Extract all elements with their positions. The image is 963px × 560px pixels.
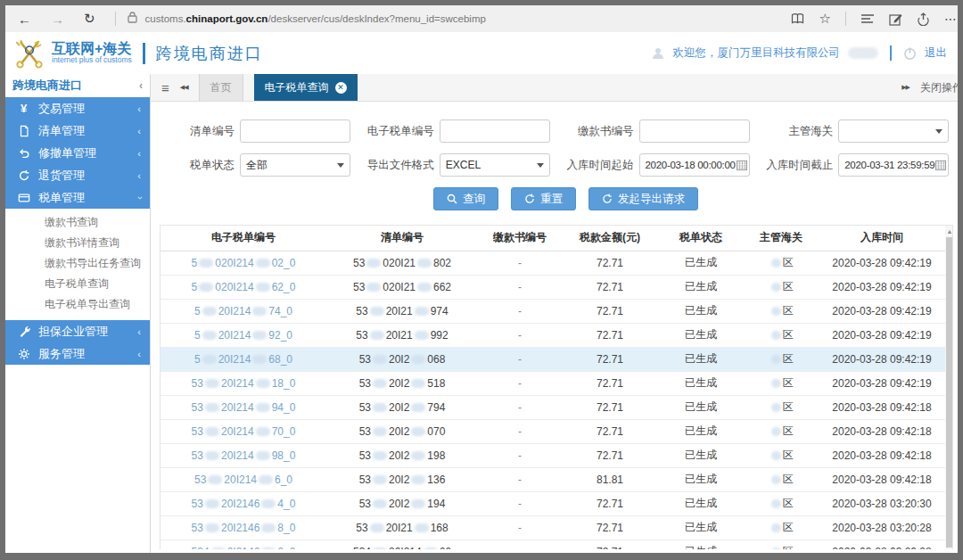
cell-etax-no[interactable]: 520I21468_0 (160, 347, 326, 371)
scroll-tabs-left-icon[interactable]: ◀◀ (180, 84, 188, 91)
sidebar-subitem-电子税单导出查询[interactable]: 电子税单导出查询 (5, 294, 150, 315)
cell-amount: 72.71 (562, 539, 658, 549)
redacted-blur (373, 475, 387, 484)
sidebar-subitem-缴款书导出任务查询[interactable]: 缴款书导出任务查询 (5, 253, 150, 274)
sidebar-subitem-电子税单查询[interactable]: 电子税单查询 (5, 274, 150, 294)
table-row[interactable]: 5020I21462_053020I21662-72.71已生成区2020-03… (160, 275, 945, 299)
table-row[interactable]: 520I21492_05320I21992-72.71已生成区2020-03-2… (160, 323, 945, 347)
redacted-blur (202, 355, 217, 364)
close-tab-icon[interactable]: ✕ (335, 82, 347, 94)
redacted-blur (373, 403, 387, 412)
scroll-up-icon[interactable]: ▲ (947, 226, 953, 237)
table-row[interactable]: 5320I21468_05320I21168-72.71已生成区2020-03-… (160, 515, 945, 539)
cell-etax-no[interactable]: 5020I21462_0 (160, 275, 326, 299)
list-no-label: 清单编号 (160, 124, 240, 139)
cell-etax-no[interactable]: 5320I21494_0 (160, 395, 326, 419)
logout-button[interactable]: 退出 (925, 45, 947, 61)
cell-etax-no[interactable]: 5320I21464_0 (160, 491, 326, 515)
sidebar-item-退货管理[interactable]: 退货管理‹ (5, 164, 150, 186)
redacted-blur (366, 259, 381, 268)
more-menu-icon[interactable]: ⋯ (944, 12, 958, 26)
hub-icon[interactable] (860, 13, 875, 24)
redacted-blur (424, 548, 438, 549)
status-select[interactable]: 全部 (240, 153, 350, 177)
tab-home[interactable]: 首页 (199, 74, 243, 101)
customs-select[interactable] (838, 119, 949, 143)
sidebar-item-label: 修撤单管理 (38, 145, 96, 161)
table-row[interactable]: 5320I21464_05320I2194-72.71已生成区2020-03-2… (160, 491, 945, 515)
table-row[interactable]: 5320I2146_05320I2136-81.81已生成区2020-03-28… (160, 467, 945, 491)
collapse-sidebar-icon[interactable]: ‹ (139, 79, 143, 92)
export-request-button[interactable]: 发起导出请求 (588, 187, 698, 210)
redacted-blur (259, 475, 273, 484)
sidebar-item-服务管理[interactable]: 服务管理‹ (5, 342, 150, 365)
format-select[interactable]: EXCEL (440, 153, 550, 177)
sidebar-item-label: 交易管理 (38, 101, 85, 117)
cell-list-no: 53420I21466 (326, 539, 478, 549)
sidebar-item-担保企业管理[interactable]: 担保企业管理‹ (5, 320, 150, 342)
cell-payment-no: - (478, 443, 562, 467)
reset-button[interactable]: 重置 (511, 187, 576, 210)
power-icon[interactable] (903, 46, 917, 60)
web-note-icon[interactable] (889, 12, 902, 26)
cell-etax-no[interactable]: 5320I21468_0 (160, 515, 326, 539)
redacted-blur (415, 523, 429, 532)
cell-etax-no[interactable]: 5320I21418_0 (160, 371, 326, 395)
sidebar-subitem-缴款书详情查询[interactable]: 缴款书详情查询 (5, 233, 150, 253)
favorites-star-icon[interactable]: ☆ (819, 11, 831, 27)
sidebar-item-交易管理[interactable]: ¥交易管理‹ (5, 97, 150, 119)
refresh-icon[interactable]: ↻ (84, 11, 95, 27)
list-no-input[interactable] (240, 119, 350, 143)
address-bar[interactable]: customs.chinaport.gov.cn/deskserver/cus/… (145, 13, 486, 24)
redacted-blur (256, 259, 270, 268)
table-scrollbar[interactable]: ▲ (945, 226, 953, 549)
cell-payment-no: - (478, 467, 562, 491)
time-to-input[interactable]: 2020-03-31 23:59:59 (838, 153, 949, 177)
chevron-icon: ‹ (137, 103, 141, 114)
time-from-label: 入库时间起始 (559, 158, 639, 173)
table-row[interactable]: 520I21468_05320I2068-72.71已生成区2020-03-28… (160, 347, 945, 371)
cell-etax-no[interactable]: 5020I21402_0 (160, 251, 326, 275)
table-row[interactable]: 5320I21498_05320I2198-72.71已生成区2020-03-2… (160, 443, 945, 467)
cell-etax-no[interactable]: 520I21474_0 (160, 299, 326, 323)
redacted-blur (373, 451, 387, 460)
redacted-blur (771, 451, 781, 460)
scroll-tabs-right-icon[interactable]: ▶▶ (901, 84, 910, 91)
table-row[interactable]: 5320I21470_05320I2070-72.71已生成区2020-03-2… (160, 419, 945, 443)
cell-etax-no[interactable]: 5320I21470_0 (160, 419, 326, 443)
column-header: 电子税单编号 (160, 226, 326, 251)
time-from-input[interactable]: 2020-03-18 00:00:00 (639, 153, 750, 177)
column-header: 入库时间 (819, 226, 945, 251)
close-operations-button[interactable]: 关闭操作 (920, 80, 958, 95)
cell-etax-no[interactable]: 5320I21498_0 (160, 443, 326, 467)
etax-no-input[interactable] (440, 119, 550, 143)
sidebar-item-修撤单管理[interactable]: 修撤单管理‹ (5, 142, 150, 164)
forward-icon[interactable]: → (51, 12, 64, 27)
sidebar-item-清单管理[interactable]: 清单管理‹ (5, 119, 150, 142)
table-row[interactable]: 5020I21402_053020I21802-72.71已生成区2020-03… (160, 251, 945, 275)
cell-etax-no[interactable]: 5320I2146_0 (160, 467, 326, 491)
table-row[interactable]: 5340I21466_053420I21466-72.71已生成区2020-03… (160, 539, 945, 549)
reading-view-icon[interactable] (791, 12, 805, 25)
menu-toggle-icon[interactable]: ≡ (161, 80, 169, 95)
screenshot-frame: ← → ↻ customs.chinaport.gov.cn/deskserve… (0, 0, 963, 560)
tab-etax-query[interactable]: 电子税单查询 ✕ (254, 74, 358, 101)
share-icon[interactable] (917, 12, 930, 26)
payment-no-input[interactable] (639, 119, 750, 143)
query-button[interactable]: 查询 (433, 187, 498, 210)
sidebar-subitem-缴款书查询[interactable]: 缴款书查询 (5, 212, 150, 233)
table-row[interactable]: 5320I21494_05320I2794-72.71已生成区2020-03-2… (160, 395, 945, 419)
table-row[interactable]: 520I21474_05320I21974-72.71已生成区2020-03-2… (160, 299, 945, 323)
cell-etax-no[interactable]: 520I21492_0 (160, 323, 326, 347)
back-icon[interactable]: ← (18, 12, 31, 27)
scrollbar-thumb[interactable] (946, 237, 953, 548)
table-row[interactable]: 5320I21418_05320I2518-72.71已生成区2020-03-2… (160, 371, 945, 395)
redacted-blur (411, 451, 425, 460)
redacted-blur (208, 475, 222, 484)
sidebar-item-税单管理[interactable]: 税单管理‹ (5, 186, 150, 209)
cell-time: 2020-03-28 03:20:28 (819, 515, 945, 539)
cell-etax-no[interactable]: 5340I21466_0 (160, 539, 326, 549)
cell-amount: 72.71 (562, 371, 658, 395)
tab-bar: ≡ ◀◀ 首页 电子税单查询 ✕ ▶▶ 关闭操作 (151, 74, 958, 102)
redacted-blur (415, 307, 429, 316)
